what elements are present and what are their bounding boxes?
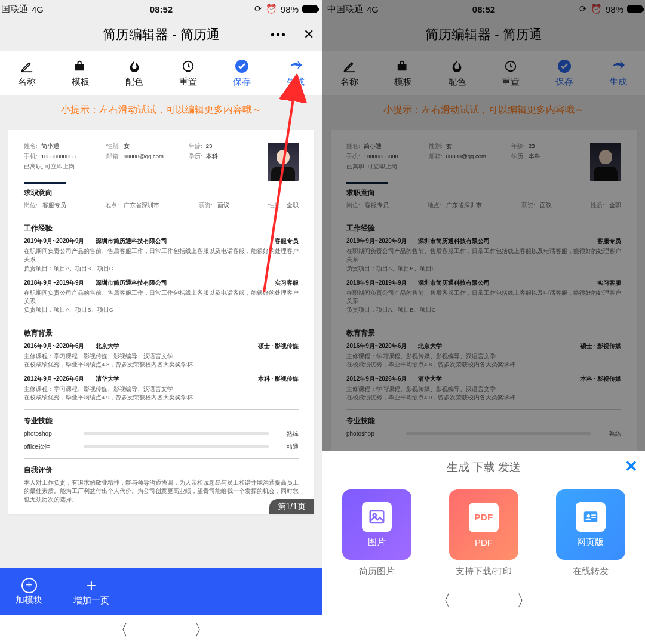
section-self: 自我评价 本人对工作负责，有追求的敬业精神，能与领导沟通协调，为人亲和诚恳易与员… bbox=[24, 458, 299, 504]
resume-photo bbox=[268, 143, 299, 181]
export-web-card[interactable]: 网页版 在线转发 bbox=[555, 489, 626, 577]
nav-arrows: 〈 〉 bbox=[0, 615, 322, 644]
toolbar: 名称 模板 配色 重置 保存 生成 bbox=[0, 51, 322, 95]
add-page-button[interactable]: + 增加一页 bbox=[58, 577, 125, 606]
flame-icon bbox=[127, 58, 142, 74]
tool-color[interactable]: 配色 bbox=[108, 51, 161, 95]
tool-save[interactable]: 保存 bbox=[215, 51, 269, 95]
carrier-label: 国联通 bbox=[1, 4, 28, 15]
bag-icon bbox=[73, 58, 88, 74]
lock-rotate-icon: ⟳ bbox=[254, 4, 262, 14]
check-circle-icon bbox=[234, 58, 250, 74]
add-bar: + 加模块 + 增加一页 bbox=[0, 568, 322, 615]
plus-circle-icon: + bbox=[22, 578, 37, 593]
section-work: 工作经验 2019年9月~2020年9月深圳市简历通科技有限公司客服专员在职期间… bbox=[24, 217, 299, 315]
nav-forward-icon[interactable]: 〉 bbox=[194, 620, 210, 640]
svg-rect-10 bbox=[591, 517, 596, 518]
tool-template[interactable]: 模板 bbox=[54, 51, 108, 95]
page-title: 简历编辑器 - 简历通 bbox=[103, 26, 220, 44]
nav-forward-icon[interactable]: 〉 bbox=[517, 590, 532, 611]
nav-arrows: 〈 〉 bbox=[322, 586, 645, 615]
nav-back-icon[interactable]: 〈 bbox=[113, 620, 128, 640]
alarm-icon: ⏰ bbox=[266, 4, 277, 14]
profile-card-icon bbox=[576, 502, 606, 532]
section-skills: 专业技能 photoshop熟练 office软件精通 bbox=[24, 409, 299, 451]
tool-generate[interactable]: 生成 bbox=[269, 51, 322, 95]
export-sheet: 生成 下载 发送 ✕ 图片 简历图片 PDF PDF 支持下载/打印 bbox=[322, 451, 645, 615]
svg-rect-5 bbox=[370, 511, 384, 523]
battery-pct: 98% bbox=[281, 4, 299, 14]
pdf-icon: PDF bbox=[469, 503, 499, 532]
nav-bar: 简历编辑器 - 简历通 ••• ✕ bbox=[0, 18, 322, 51]
screen-left: 国联通 4G 08:52 ⟳ ⏰ 98% 简历编辑器 - 简历通 ••• ✕ 名… bbox=[0, 0, 322, 615]
nav-back-icon[interactable]: 〈 bbox=[435, 590, 451, 611]
close-icon[interactable]: ✕ bbox=[303, 27, 314, 42]
clock-icon bbox=[180, 58, 196, 74]
page-badge: 第1/1页 bbox=[269, 499, 314, 514]
image-icon bbox=[362, 502, 392, 532]
export-image-card[interactable]: 图片 简历图片 bbox=[341, 489, 413, 577]
sheet-title: 生成 下载 发送 ✕ bbox=[322, 451, 645, 486]
resume-document: 姓名:简小通 性别:女 年龄:23 手机:18888888888 邮箱:8888… bbox=[8, 130, 314, 514]
svg-point-8 bbox=[586, 514, 590, 518]
battery-icon bbox=[302, 5, 318, 13]
share-icon bbox=[288, 58, 303, 74]
more-icon[interactable]: ••• bbox=[271, 28, 287, 42]
section-education: 教育背景 2016年9月~2020年6月北京大学硕士 · 影视传媒主修课程：学习… bbox=[24, 322, 299, 402]
add-module-button[interactable]: + 加模块 bbox=[0, 578, 58, 606]
status-bar: 国联通 4G 08:52 ⟳ ⏰ 98% bbox=[0, 0, 322, 18]
section-intent: 求职意向 岗位:客服专员 地点:广东省深圳市 薪资:面议 性质:全职 bbox=[24, 188, 299, 209]
screen-right: 中国联通 4G 08:52 ⟳ ⏰ 98% 简历编辑器 - 简历通 名称 模板 … bbox=[322, 0, 645, 615]
tip-text: 小提示：左右滑动试试，可以编辑更多内容哦～ bbox=[0, 95, 322, 130]
export-pdf-card[interactable]: PDF PDF 支持下载/打印 bbox=[448, 489, 520, 577]
sheet-close-icon[interactable]: ✕ bbox=[625, 457, 638, 476]
pencil-icon bbox=[19, 58, 35, 74]
plus-icon: + bbox=[87, 577, 96, 594]
tool-reset[interactable]: 重置 bbox=[161, 51, 215, 95]
resume-preview[interactable]: 姓名:简小通 性别:女 年龄:23 手机:18888888888 邮箱:8888… bbox=[0, 130, 322, 568]
svg-rect-9 bbox=[591, 514, 596, 516]
tool-name[interactable]: 名称 bbox=[0, 51, 54, 95]
network-label: 4G bbox=[32, 4, 44, 14]
